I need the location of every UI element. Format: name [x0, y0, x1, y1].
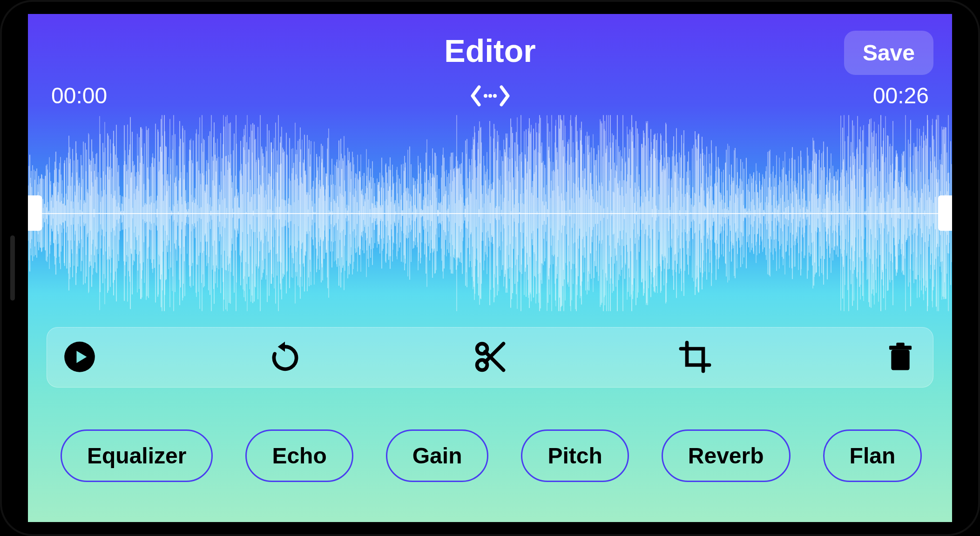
screen: Editor Save 00:00 00:26 — [28, 14, 952, 522]
trim-handle-right[interactable] — [938, 195, 952, 231]
svg-rect-8 — [891, 349, 909, 370]
effects-row[interactable]: Equalizer Echo Gain Pitch Reverb Flan — [28, 429, 952, 482]
crop-button[interactable] — [676, 339, 714, 376]
cut-icon — [474, 341, 507, 375]
play-button[interactable] — [61, 339, 98, 376]
cut-button[interactable] — [472, 339, 509, 376]
undo-icon — [269, 341, 301, 375]
page-title: Editor — [444, 33, 535, 69]
expand-horizontal-icon[interactable] — [471, 84, 510, 107]
crop-icon — [679, 341, 711, 375]
toolbar — [47, 327, 933, 388]
svg-point-2 — [493, 94, 497, 98]
svg-rect-10 — [896, 342, 905, 347]
time-start: 00:00 — [51, 83, 107, 108]
play-icon — [63, 341, 96, 375]
svg-point-0 — [484, 94, 487, 98]
effect-equalizer[interactable]: Equalizer — [61, 429, 213, 482]
effect-flanger[interactable]: Flan — [823, 429, 922, 482]
effect-reverb[interactable]: Reverb — [662, 429, 791, 482]
trash-icon — [884, 341, 917, 375]
device-speaker — [10, 235, 15, 301]
effect-echo[interactable]: Echo — [245, 429, 353, 482]
effect-gain[interactable]: Gain — [386, 429, 489, 482]
time-end: 00:26 — [873, 83, 929, 108]
delete-button[interactable] — [882, 339, 919, 376]
waveform-midline — [28, 213, 952, 214]
svg-point-1 — [488, 94, 492, 98]
device-frame: Editor Save 00:00 00:26 — [0, 0, 980, 536]
undo-button[interactable] — [266, 339, 304, 376]
time-row: 00:00 00:26 — [28, 69, 952, 108]
effect-pitch[interactable]: Pitch — [521, 429, 629, 482]
trim-handle-left[interactable] — [28, 195, 42, 231]
header: Editor Save — [28, 14, 952, 69]
save-button[interactable]: Save — [844, 31, 933, 75]
waveform[interactable] — [28, 113, 952, 313]
